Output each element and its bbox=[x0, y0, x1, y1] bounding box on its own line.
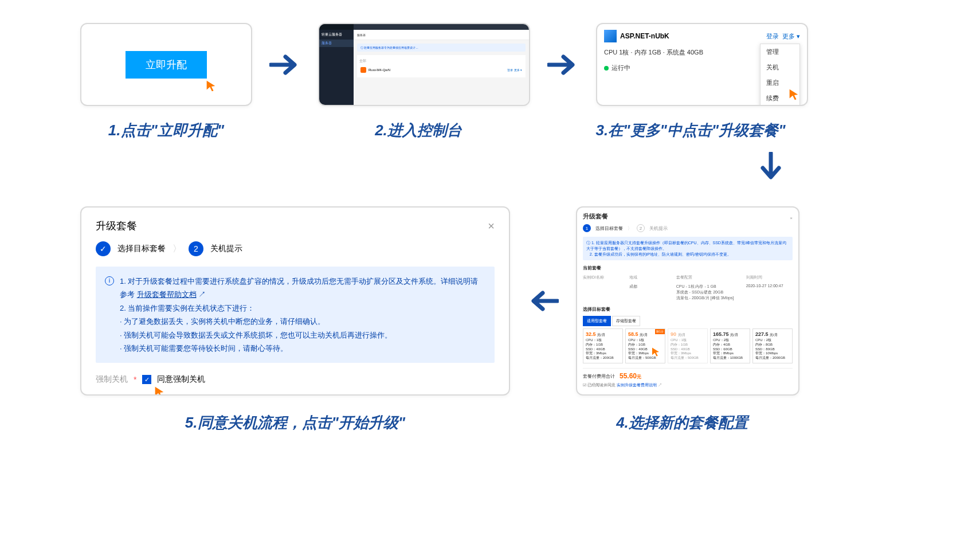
console-notice: ⓘ 轻量应用服务器专为轻量级应用场景设计... bbox=[357, 44, 526, 52]
menu-upgrade[interactable]: 升级套餐 bbox=[761, 106, 799, 107]
current-plan-title: 当前套餐 bbox=[583, 265, 793, 271]
cursor-icon bbox=[787, 87, 800, 102]
agree-checkbox[interactable]: ✓ bbox=[142, 375, 151, 384]
step4-caption: 4.选择新的套餐配置 bbox=[570, 413, 794, 433]
step1-caption: 1.点击"立即升配" bbox=[80, 120, 252, 140]
step1-card: 立即升配 bbox=[80, 23, 252, 106]
cursor-icon bbox=[205, 79, 217, 93]
step5-card: 升级套餐× ✓ 选择目标套餐 〉 2 关机提示 i 1. 对于升级套餐过程中需要… bbox=[80, 206, 510, 396]
arrow-right-icon bbox=[269, 53, 301, 76]
console-main: 服务器 ⓘ 轻量应用服务器专为轻量级应用场景设计... 全部 Rust-M4-Q… bbox=[354, 24, 529, 105]
step2-caption: 2.进入控制台 bbox=[312, 120, 524, 140]
close-icon[interactable]: × bbox=[488, 220, 495, 233]
plan-list: 32.5 元/月CPU：1核内存：1GBSSD：40GB带宽：3Mbps每月流量… bbox=[583, 328, 793, 363]
tab-storage[interactable]: 存储型套餐 bbox=[612, 316, 640, 326]
windows-icon bbox=[604, 30, 617, 42]
arrow-right-icon bbox=[547, 53, 579, 76]
plan-option[interactable]: 165.75 元/月CPU：2核内存：4GBSSD：60GB带宽：8Mbps每月… bbox=[710, 328, 750, 363]
agree-row: ☑ 已经阅读并同意 实例升级套餐费用说明 ↗ bbox=[583, 382, 793, 388]
cursor-icon bbox=[153, 385, 166, 396]
total-price: 55.60 bbox=[620, 372, 637, 380]
help-doc-link[interactable]: 升级套餐帮助文档 bbox=[137, 290, 197, 299]
step5-caption: 5.同意关机流程，点击"开始升级" bbox=[80, 413, 510, 433]
cursor-icon bbox=[650, 346, 661, 358]
step2-label: 关机提示 bbox=[210, 244, 242, 254]
plan-option: 90 元/月CPU：1核内存：1GBSSD：40GB带宽：3Mbps每月流量：5… bbox=[668, 328, 708, 363]
arrow-down-icon bbox=[665, 140, 877, 195]
step2-number: 2 bbox=[189, 241, 203, 256]
step1-number: 1 bbox=[583, 224, 591, 232]
menu-shutdown[interactable]: 关机 bbox=[761, 60, 799, 75]
step3-card: ASP.NET-nUbK 登录 更多 ▾ 管理 关机 重启 续费 升级套餐 CP bbox=[596, 23, 808, 106]
arrow-left-icon bbox=[527, 289, 559, 312]
fee-desc-link[interactable]: 实例升级套餐费用说明 bbox=[617, 383, 657, 387]
agree-label: 同意强制关机 bbox=[157, 374, 205, 385]
login-link[interactable]: 登录 bbox=[766, 33, 779, 40]
info-notice: ⓘ 1. 轻量应用服务器只支持套餐升级操作（即目标套餐的CPU、内存、SSD系统… bbox=[583, 237, 793, 260]
step4-card: 升级套餐 × 1 选择目标套餐 〉 2 关机提示 ⓘ 1. 轻量应用服务器只支持… bbox=[576, 206, 799, 396]
status-dot-icon bbox=[604, 66, 609, 71]
server-icon bbox=[360, 67, 366, 73]
total-label: 套餐付费用合计 bbox=[583, 373, 615, 379]
step1-label: 选择目标套餐 bbox=[595, 225, 623, 232]
instance-name: ASP.NET-nUbK bbox=[604, 30, 669, 42]
plan-option[interactable]: 227.5 元/月CPU：2核内存：8GBSSD：80GB带宽：10Mbps每月… bbox=[752, 328, 793, 363]
upgrade-now-button[interactable]: 立即升配 bbox=[126, 51, 207, 79]
current-plan-table: 实例ID/名称地域套餐配置到期时间 成都 CPU - 1核 内存 - 1 GB系… bbox=[583, 273, 793, 303]
step-done-icon: ✓ bbox=[96, 241, 111, 256]
dialog-title: 升级套餐 bbox=[583, 212, 608, 221]
console-tab[interactable]: 服务器 bbox=[357, 33, 366, 37]
chevron-icon: 〉 bbox=[173, 243, 182, 255]
plan-option[interactable]: 32.5 元/月CPU：1核内存：1GBSSD：40GB带宽：3Mbps每月流量… bbox=[583, 328, 623, 363]
dialog-title: 升级套餐 bbox=[96, 219, 137, 233]
step3-caption: 3.在"更多"中点击"升级套餐" bbox=[585, 120, 797, 140]
step2-label: 关机提示 bbox=[649, 225, 668, 232]
warning-notice: i 1. 对于升级套餐过程中需要进行系统盘扩容的情况，升级成功后您无需手动扩展分… bbox=[96, 267, 495, 363]
step2-number: 2 bbox=[637, 224, 645, 232]
menu-manage[interactable]: 管理 bbox=[761, 44, 799, 60]
tab-general[interactable]: 通用型套餐 bbox=[583, 316, 611, 326]
console-sidebar: 轻量云服务器 服务器 bbox=[319, 24, 354, 105]
info-icon: i bbox=[105, 276, 114, 285]
more-dropdown[interactable]: 更多 ▾ bbox=[782, 33, 800, 40]
target-plan-title: 选择目标套餐 bbox=[583, 306, 793, 312]
force-shutdown-label: 强制关机 bbox=[96, 374, 128, 385]
step1-label: 选择目标套餐 bbox=[117, 244, 166, 254]
step2-card: 轻量云服务器 服务器 服务器 ⓘ 轻量应用服务器专为轻量级应用场景设计... 全… bbox=[318, 23, 530, 106]
server-row[interactable]: Rust-M4-QwN 登录 更多 ▾ bbox=[359, 65, 523, 75]
close-icon[interactable]: × bbox=[790, 216, 793, 221]
